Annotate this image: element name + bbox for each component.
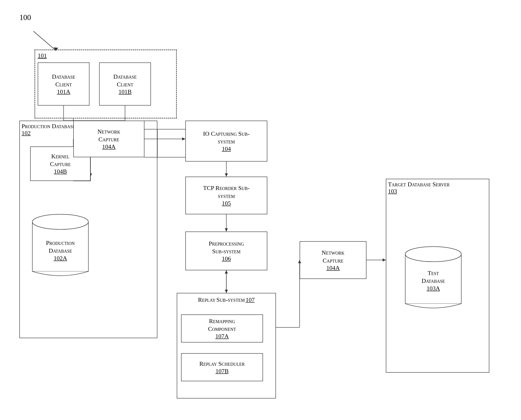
remap-l1: Remapping (209, 317, 235, 325)
svg-marker-15 (225, 173, 228, 177)
tcp-l2: system (218, 192, 235, 200)
box-tcp-reorder: TCP Reorder Sub- system 105 (185, 177, 267, 214)
net-cap-left-l2: Capture (99, 135, 119, 143)
pre-l1: Preprocessing (209, 240, 244, 248)
box-replay: Replay Sub-system 107 (177, 293, 276, 398)
svg-line-0 (33, 31, 56, 51)
box-remapping: Remapping Component 107A (181, 315, 263, 343)
tcp-l1: TCP Reorder Sub- (203, 184, 250, 192)
prod-db-l2: Database (49, 247, 72, 254)
db-client-a-text: Database (52, 73, 76, 81)
remap-l2: Component (208, 325, 236, 333)
net-cap-right-ref: 104A (326, 264, 340, 271)
svg-marker-17 (225, 228, 228, 232)
box-db-client-b: Database Client 101B (99, 62, 151, 105)
db-client-b-ref: 101B (119, 88, 132, 95)
svg-marker-19 (225, 270, 228, 274)
io-cap-l2: system (218, 138, 235, 145)
prod-db-l1: Production (46, 240, 75, 246)
box-network-capture-left: Network Capture 104A (73, 121, 145, 157)
svg-marker-25 (383, 258, 386, 262)
io-cap-l1: IO Capturing Sub- (203, 130, 250, 138)
box-db-client-a: Database Client 101A (38, 62, 89, 105)
svg-marker-10 (182, 137, 185, 140)
remap-ref: 107A (215, 333, 229, 340)
target-server-label: Target Database Server 103 (388, 181, 450, 195)
svg-point-36 (32, 214, 88, 229)
db-client-a-text2: Client (55, 81, 72, 88)
pre-ref: 106 (222, 255, 231, 262)
kernel-ref: 104B (54, 168, 67, 175)
replay-l2: Sub-system (216, 296, 245, 303)
rsch-ref: 107B (215, 368, 229, 375)
net-cap-left-ref: 104A (102, 143, 115, 150)
test-db-l1: Test (428, 270, 439, 276)
test-db-l2: Database (422, 278, 445, 284)
box-preprocessing: Preprocessing Sub-system 106 (185, 232, 267, 270)
test-db-ref: 103A (427, 285, 440, 292)
svg-marker-20 (225, 290, 228, 293)
prod-db-ref: 102A (54, 255, 67, 262)
db-client-a-ref: 101A (57, 88, 70, 95)
pre-l2: Sub-system (212, 248, 241, 255)
tcp-ref: 105 (222, 200, 231, 207)
db-client-b-text2: Client (117, 81, 133, 88)
io-cap-ref: 104 (222, 145, 231, 152)
kernel-l1: Kernel (51, 152, 70, 160)
label-101: 101 (38, 52, 47, 59)
replay-ref: 107 (245, 296, 255, 303)
replay-l1: Replay (198, 296, 215, 303)
diagram: 100 (0, 0, 521, 420)
kernel-l2: Capture (50, 160, 71, 168)
db-client-b-text: Database (113, 73, 137, 81)
net-cap-right-l1: Network (322, 249, 345, 256)
cylinder-prod: Production Database 102A (30, 211, 91, 280)
cylinder-test: Test Database 103A (403, 243, 463, 312)
label-100: 100 (19, 13, 31, 22)
box-replay-scheduler: Replay Scheduler 107B (181, 353, 263, 381)
box-network-capture-right: Network Capture 104A (300, 241, 367, 279)
rsch-l1: Replay Scheduler (199, 360, 245, 368)
net-cap-left-l1: Network (97, 128, 120, 135)
box-io-capturing: IO Capturing Sub- system 104 (185, 121, 267, 162)
net-cap-right-l2: Capture (323, 257, 343, 264)
svg-point-39 (405, 247, 461, 262)
